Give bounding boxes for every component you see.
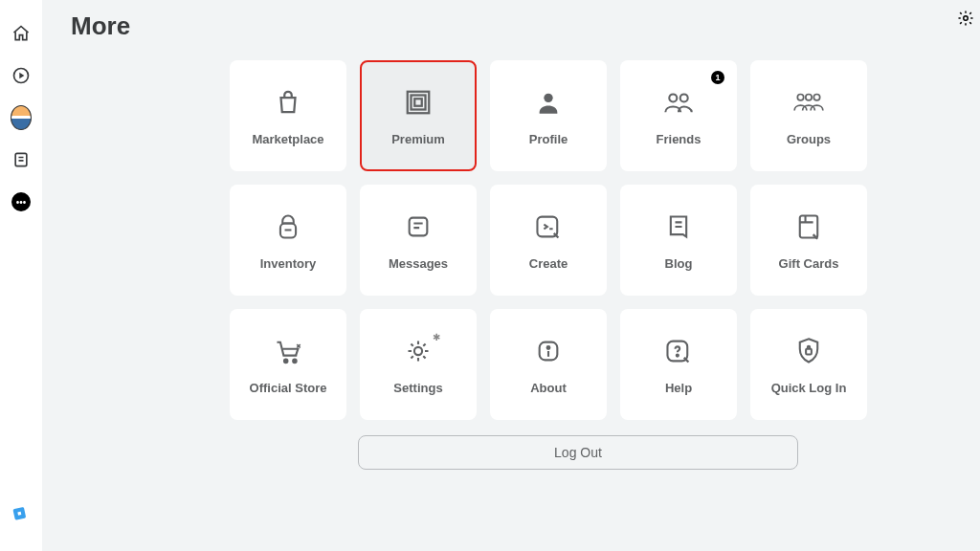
tile-blog[interactable]: Blog xyxy=(620,185,737,296)
sidebar: ••• xyxy=(0,0,42,551)
svg-point-22 xyxy=(547,346,550,349)
tile-label: Help xyxy=(665,381,692,395)
svg-point-24 xyxy=(677,354,679,356)
svg-point-13 xyxy=(813,94,819,99)
help-icon xyxy=(662,335,695,367)
tile-premium[interactable]: Premium xyxy=(360,60,477,171)
tile-create[interactable]: Create xyxy=(490,185,607,296)
person-icon xyxy=(532,86,565,119)
tile-label: Messages xyxy=(389,256,448,271)
svg-point-9 xyxy=(669,94,677,101)
play-icon xyxy=(11,66,31,85)
tile-quicklogin[interactable]: Quick Log In xyxy=(750,309,867,420)
tile-label: Settings xyxy=(393,381,442,395)
svg-rect-25 xyxy=(806,348,812,354)
svg-point-18 xyxy=(284,359,287,362)
home-icon xyxy=(11,24,31,43)
nav-play[interactable] xyxy=(11,65,32,86)
tile-label: Marketplace xyxy=(252,132,323,146)
tile-label: Gift Cards xyxy=(779,256,839,271)
tile-giftcards[interactable]: Gift Cards xyxy=(750,185,867,296)
shield-lock-icon xyxy=(792,335,825,367)
cart-icon xyxy=(272,335,304,367)
svg-point-12 xyxy=(806,94,812,99)
svg-rect-15 xyxy=(410,217,428,235)
shopping-bag-icon xyxy=(272,86,304,119)
main: More Marketplace Premium Profile 1 xyxy=(42,0,980,551)
tile-label: Groups xyxy=(787,132,831,146)
svg-rect-3 xyxy=(17,512,21,516)
tile-label: Profile xyxy=(529,132,568,146)
blog-icon xyxy=(662,210,695,243)
info-icon xyxy=(532,335,565,367)
tile-label: Create xyxy=(529,256,568,271)
nav-avatar[interactable] xyxy=(11,107,32,128)
avatar-icon xyxy=(11,105,32,130)
message-icon xyxy=(402,210,434,243)
logout-row: Log Out xyxy=(358,435,951,470)
tile-settings[interactable]: ✱ Settings xyxy=(360,309,477,420)
svg-rect-7 xyxy=(414,99,422,106)
svg-rect-6 xyxy=(412,95,426,109)
tile-profile[interactable]: Profile xyxy=(490,60,607,171)
tile-messages[interactable]: Messages xyxy=(360,185,477,296)
notification-badge: 1 xyxy=(711,71,724,84)
tile-label: Premium xyxy=(391,132,445,146)
tile-about[interactable]: About xyxy=(490,309,607,420)
premium-icon xyxy=(402,86,434,119)
roblox-studio-icon xyxy=(11,503,31,522)
groups-icon xyxy=(792,86,825,119)
tile-label: Friends xyxy=(657,132,702,146)
tile-label: Quick Log In xyxy=(771,381,847,395)
tile-label: About xyxy=(530,381,567,395)
page-title: More xyxy=(71,11,951,41)
tiles-grid: Marketplace Premium Profile 1 Friends xyxy=(230,60,951,420)
tile-label: Inventory xyxy=(260,256,317,271)
create-icon xyxy=(532,210,565,243)
giftcard-icon xyxy=(792,210,825,243)
nav-home[interactable] xyxy=(11,23,32,44)
tile-groups[interactable]: Groups xyxy=(750,60,867,171)
tile-officialstore[interactable]: Official Store xyxy=(230,309,346,420)
asterisk-icon: ✱ xyxy=(433,332,440,342)
tile-friends[interactable]: 1 Friends xyxy=(620,60,737,171)
settings-icon: ✱ xyxy=(402,335,434,367)
tile-label: Official Store xyxy=(250,381,327,395)
svg-point-19 xyxy=(293,359,296,362)
more-icon: ••• xyxy=(11,192,31,211)
logout-button[interactable]: Log Out xyxy=(358,435,798,470)
svg-point-8 xyxy=(544,93,552,101)
tile-marketplace[interactable]: Marketplace xyxy=(230,60,346,171)
tile-label: Blog xyxy=(665,256,693,271)
friends-icon xyxy=(662,86,695,119)
nav-more[interactable]: ••• xyxy=(11,191,32,212)
tile-help[interactable]: Help xyxy=(620,309,737,420)
tile-inventory[interactable]: Inventory xyxy=(230,185,346,296)
note-icon xyxy=(11,150,31,169)
backpack-icon xyxy=(272,210,304,243)
svg-point-11 xyxy=(797,94,803,99)
svg-rect-17 xyxy=(800,215,817,237)
sidebar-brand xyxy=(11,503,31,522)
svg-point-10 xyxy=(680,94,688,101)
nav-messages[interactable] xyxy=(11,149,32,170)
svg-point-20 xyxy=(414,346,422,354)
